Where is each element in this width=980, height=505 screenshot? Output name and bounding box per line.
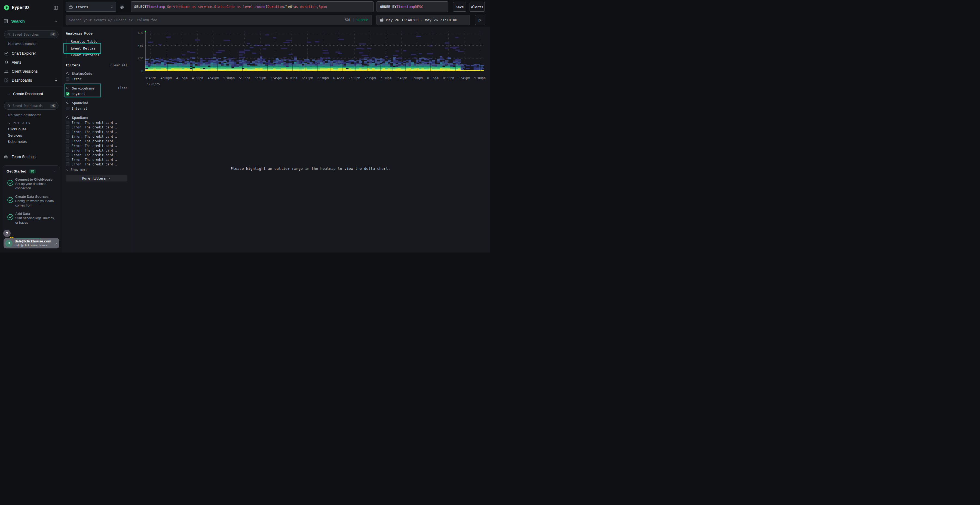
checkbox[interactable] [66,144,69,148]
analysis-mode-event-patterns[interactable]: Event Patterns [66,52,127,59]
sidebar-item-dashboards[interactable]: Dashboards [0,76,63,85]
preset-item-kubernetes[interactable]: Kubernetes [8,138,63,145]
filter-group-servicename: ServiceNameClear payment [66,86,127,97]
sql-orderby-input[interactable]: ORDER BY Timestamp DESC [377,2,448,12]
source-select-value: Traces [75,5,110,9]
checkbox[interactable] [66,139,69,143]
get-started-item[interactable]: Add Data Start sending logs, metrics, or… [6,212,56,225]
checkbox[interactable] [66,121,69,124]
duration-heatmap-chart[interactable]: 02004006003:45pm4:00pm4:15pm4:30pm4:45pm… [131,27,490,252]
filter-option[interactable]: Error: The credit card … [66,148,127,152]
checkbox[interactable] [66,149,69,152]
sidebar-collapse-icon[interactable] [54,5,58,10]
hyperdx-logo-icon [4,5,10,11]
saved-searches-kbd: ⌘K [50,32,56,37]
more-filters-button[interactable]: More filters [66,175,127,181]
sql-token: 1e6 [286,5,292,9]
toggle-sql[interactable]: SQL [345,18,351,22]
source-settings-gear-icon[interactable] [119,4,125,10]
analysis-mode-event-deltas[interactable]: Event Deltas [66,45,127,52]
toggle-lucene[interactable]: Lucene [356,18,368,22]
filter-option[interactable]: Error: The credit card … [66,120,127,125]
checkbox[interactable] [66,106,69,110]
sql-token: , [317,5,319,9]
saved-dashboards-input[interactable]: Saved Dashboards ⌘K [4,102,59,110]
date-range-picker[interactable]: May 26 15:40:00 - May 26 21:10:00 [377,15,470,25]
run-query-button[interactable]: ▷ [475,15,485,25]
alerts-button[interactable]: Alerts [469,2,485,12]
svg-text:8:30pm: 8:30pm [443,76,454,80]
no-saved-dashboards-note: No saved dashboards [8,113,63,117]
hyperdx-app: HyperDX Search Saved Searches ⌘K No save… [0,0,490,252]
search-icon[interactable] [66,87,69,90]
create-dashboard-button[interactable]: + Create Dashboard [0,89,63,98]
clear-filter-button[interactable]: Clear [118,86,127,90]
search-icon[interactable] [66,116,69,119]
source-select[interactable]: Traces [65,2,116,12]
filter-option[interactable]: Error: The credit card … [66,130,127,134]
svg-text:5:15pm: 5:15pm [239,76,250,80]
saved-dashboards-kbd: ⌘K [50,104,56,108]
sql-token: ServiceName as service [167,5,212,9]
checkbox[interactable] [66,158,69,161]
grid-icon [4,78,9,83]
search-icon [7,104,11,108]
search-icon[interactable] [66,101,69,105]
logo-row: HyperDX [0,0,63,15]
chevron-down-icon [108,177,111,180]
filter-option[interactable]: Error [66,76,127,82]
filter-option[interactable]: Error: The credit card … [66,162,127,167]
sql-token: Span [318,5,327,9]
query-language-toggle[interactable]: SQL|Lucene [345,18,368,22]
checkbox[interactable] [66,125,69,129]
filter-option[interactable]: Error: The credit card … [66,143,127,148]
presets-toggle[interactable]: PRESETS [8,121,63,125]
checkbox[interactable] [66,162,69,166]
chevron-up-icon[interactable] [54,79,58,82]
save-button[interactable]: Save [453,2,466,12]
svg-text:7:00pm: 7:00pm [349,76,360,80]
avatar: D [5,240,13,247]
analysis-mode-results-table[interactable]: Results Table [66,38,127,45]
checkbox[interactable] [66,153,69,157]
show-more-button[interactable]: Show more [66,168,127,172]
sql-token: Timestamp [146,5,165,9]
chevron-up-icon[interactable] [53,170,56,173]
user-email: dale@clickhouse.com [15,240,56,243]
search-icon[interactable] [66,72,69,75]
filter-option[interactable]: Error: The credit card … [66,152,127,157]
preset-item-clickhouse[interactable]: ClickHouse [8,126,63,132]
checkbox[interactable] [66,130,69,133]
svg-text:4:45pm: 4:45pm [208,76,219,80]
checkbox[interactable] [66,77,69,81]
sidebar-item-team-settings[interactable]: Team Settings [0,152,63,161]
filter-option[interactable]: Error: The credit card … [66,139,127,143]
date-range-value: May 26 15:40:00 - May 26 21:10:00 [386,18,457,22]
saved-searches-input[interactable]: Saved Searches ⌘K [4,30,59,38]
filter-option[interactable]: Internal [66,106,127,111]
preset-item-services[interactable]: Services [8,132,63,138]
svg-text:200: 200 [138,57,143,60]
get-started-item[interactable]: Connect to ClickHouse Set up your databa… [6,178,56,191]
filter-option[interactable]: Error: The credit card … [66,157,127,162]
checkbox[interactable] [66,135,69,138]
filter-option[interactable]: payment [66,91,127,97]
chevron-up-icon[interactable] [54,19,58,23]
filter-option[interactable]: Error: The credit card … [66,134,127,139]
filters-label: Filters [66,63,111,67]
help-button[interactable]: ? [3,230,11,237]
svg-text:5/26/25: 5/26/25 [147,82,160,86]
filter-option[interactable]: Error: The credit card … [66,125,127,130]
sidebar-item-search[interactable]: Search [0,15,63,27]
lucene-search-input[interactable]: Search your events w/ Lucene ex. column:… [65,15,372,25]
checkbox-checked[interactable] [66,92,69,95]
sidebar-item-client-sessions[interactable]: Client Sessions [0,67,63,76]
sql-select-input[interactable]: SELECT Timestamp, ServiceName as service… [130,2,374,12]
sidebar-item-alerts[interactable]: Alerts [0,58,63,67]
clear-all-button[interactable]: Clear all [111,64,127,67]
get-started-item[interactable]: Create Data Sources Configure where your… [6,195,56,208]
sidebar-item-chart-explorer[interactable]: Chart Explorer [0,49,63,58]
user-menu[interactable]: D dale@clickhouse.com dale@clickhouse.co… [3,238,59,248]
get-started-title: Get Started [6,169,26,173]
check-circle-icon [7,214,14,225]
